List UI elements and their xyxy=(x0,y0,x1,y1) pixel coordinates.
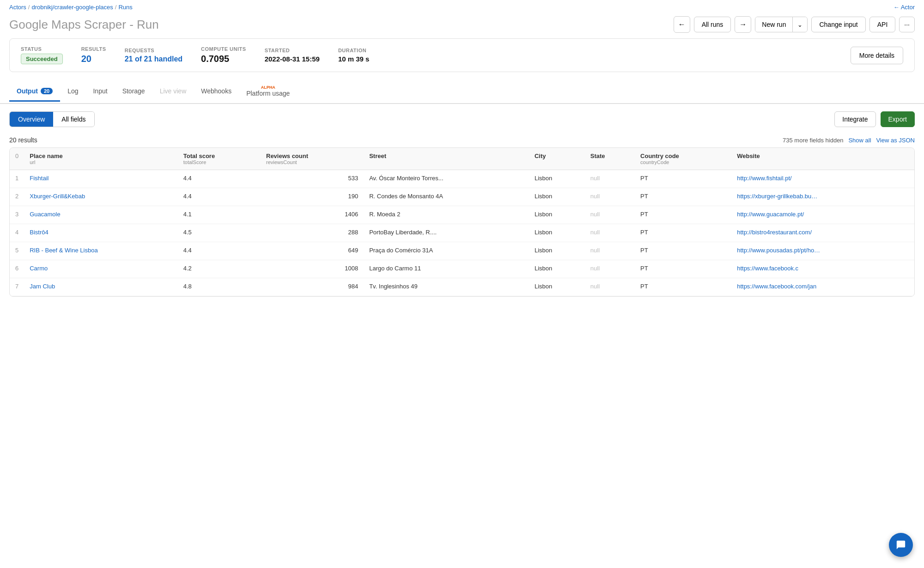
results-table-wrap: 0 Place name url Total score totalScore … xyxy=(9,147,915,297)
cell-country-code: PT xyxy=(635,278,731,296)
cell-place-name: Carmo xyxy=(24,260,178,278)
cell-website: https://www.facebook.c xyxy=(731,260,914,278)
new-run-button[interactable]: New run xyxy=(755,17,792,32)
tab-storage-label: Storage xyxy=(122,87,145,95)
tabs: Output 20 Log Input Storage Live view We… xyxy=(0,79,924,104)
cell-state: null xyxy=(585,260,635,278)
change-input-button[interactable]: Change input xyxy=(811,17,865,32)
show-all-link[interactable]: Show all xyxy=(848,137,871,144)
cell-website: http://bistro4restaurant.com/ xyxy=(731,224,914,242)
cell-index: 4 xyxy=(10,224,24,242)
cell-website: https://www.facebook.com/jan xyxy=(731,278,914,296)
stat-results-value: 20 xyxy=(81,54,106,64)
stat-duration-label: DURATION xyxy=(338,48,370,53)
breadcrumb-runs[interactable]: Runs xyxy=(118,4,132,11)
tab-log-label: Log xyxy=(67,87,78,95)
cell-reviews-count: 1008 xyxy=(261,260,364,278)
cell-street: Av. Óscar Monteiro Torres... xyxy=(364,170,529,188)
new-run-dropdown-button[interactable]: ⌄ xyxy=(792,17,807,32)
output-toolbar: Overview All fields Integrate Export xyxy=(0,104,924,134)
cell-country-code: PT xyxy=(635,206,731,224)
table-row: 2 Xburger-Grill&Kebab 4.4 190 R. Condes … xyxy=(10,188,914,206)
col-total-score: Total score totalScore xyxy=(178,148,261,170)
cell-place-name: Jam Club xyxy=(24,278,178,296)
back-actor-link[interactable]: ← Actor xyxy=(894,4,915,11)
table-row: 5 RIB - Beef & Wine Lisboa 4.4 649 Praça… xyxy=(10,242,914,260)
col-index: 0 xyxy=(10,148,24,170)
cell-city: Lisbon xyxy=(529,224,585,242)
breadcrumb-crawler[interactable]: drobnikj/crawler-google-places xyxy=(31,4,113,11)
results-info: 20 results 735 more fields hidden Show a… xyxy=(0,134,924,147)
col-website: Website xyxy=(731,148,914,170)
tab-webhooks[interactable]: Webhooks xyxy=(194,82,239,102)
results-table: 0 Place name url Total score totalScore … xyxy=(10,148,914,296)
col-reviews-count: Reviews count reviewsCount xyxy=(261,148,364,170)
cell-index: 2 xyxy=(10,188,24,206)
cell-place-name: Xburger-Grill&Kebab xyxy=(24,188,178,206)
api-button[interactable]: API xyxy=(869,17,896,32)
tab-storage[interactable]: Storage xyxy=(115,82,152,102)
cell-website: http://www.fishtail.pt/ xyxy=(731,170,914,188)
export-button[interactable]: Export xyxy=(881,111,915,127)
page-header: Google Maps Scraper - Run ← All runs → N… xyxy=(0,14,924,38)
cell-street: PortoBay Liberdade, R.... xyxy=(364,224,529,242)
cell-index: 5 xyxy=(10,242,24,260)
cell-city: Lisbon xyxy=(529,242,585,260)
page-title-main: Google Maps Scraper xyxy=(9,18,126,31)
all-runs-button[interactable]: All runs xyxy=(694,17,731,32)
stat-requests-label: REQUESTS xyxy=(125,48,182,53)
cell-reviews-count: 984 xyxy=(261,278,364,296)
view-as-json-link[interactable]: View as JSON xyxy=(876,137,915,144)
cell-total-score: 4.1 xyxy=(178,206,261,224)
cell-total-score: 4.2 xyxy=(178,260,261,278)
cell-street: Tv. Inglesinhos 49 xyxy=(364,278,529,296)
new-run-group: New run ⌄ xyxy=(755,17,808,32)
col-street: Street xyxy=(364,148,529,170)
cell-index: 3 xyxy=(10,206,24,224)
cell-reviews-count: 190 xyxy=(261,188,364,206)
stat-started-value: 2022-08-31 15:59 xyxy=(265,55,320,63)
page-title: Google Maps Scraper - Run xyxy=(9,18,159,32)
more-options-button[interactable]: ··· xyxy=(899,17,915,32)
cell-reviews-count: 288 xyxy=(261,224,364,242)
more-details-button[interactable]: More details xyxy=(851,47,903,64)
prev-run-button[interactable]: ← xyxy=(674,16,690,33)
integrate-button[interactable]: Integrate xyxy=(834,111,875,127)
all-fields-button[interactable]: All fields xyxy=(53,112,94,127)
tab-output-label: Output xyxy=(17,87,38,95)
cell-state: null xyxy=(585,224,635,242)
col-country-code: Country code countryCode xyxy=(635,148,731,170)
col-state: State xyxy=(585,148,635,170)
cell-state: null xyxy=(585,188,635,206)
tab-log[interactable]: Log xyxy=(60,82,85,102)
cell-street: R. Condes de Monsanto 4A xyxy=(364,188,529,206)
breadcrumb-actors[interactable]: Actors xyxy=(9,4,26,11)
view-toggle: Overview All fields xyxy=(9,111,95,127)
table-body: 1 Fishtail 4.4 533 Av. Óscar Monteiro To… xyxy=(10,170,914,296)
tab-input[interactable]: Input xyxy=(85,82,115,102)
tab-platform[interactable]: ALPHA Platform usage xyxy=(239,79,297,104)
cell-place-name: Fishtail xyxy=(24,170,178,188)
breadcrumb: Actors / drobnikj/crawler-google-places … xyxy=(0,0,924,14)
cell-index: 6 xyxy=(10,260,24,278)
stat-compute: COMPUTE UNITS 0.7095 xyxy=(201,46,246,64)
next-run-button[interactable]: → xyxy=(735,16,751,33)
cell-city: Lisbon xyxy=(529,188,585,206)
cell-street: R. Moeda 2 xyxy=(364,206,529,224)
header-actions: ← All runs → New run ⌄ Change input API … xyxy=(674,16,915,33)
stat-status-label: STATUS xyxy=(21,46,63,52)
table-row: 7 Jam Club 4.8 984 Tv. Inglesinhos 49 Li… xyxy=(10,278,914,296)
tab-output[interactable]: Output 20 xyxy=(9,82,60,102)
cell-reviews-count: 649 xyxy=(261,242,364,260)
cell-total-score: 4.4 xyxy=(178,242,261,260)
stats-bar: STATUS Succeeded RESULTS 20 REQUESTS 21 … xyxy=(9,38,915,72)
page-title-sub: - Run xyxy=(129,18,159,31)
cell-country-code: PT xyxy=(635,242,731,260)
cell-reviews-count: 1406 xyxy=(261,206,364,224)
stat-compute-label: COMPUTE UNITS xyxy=(201,46,246,52)
tab-liveview[interactable]: Live view xyxy=(152,82,194,102)
overview-button[interactable]: Overview xyxy=(10,112,53,127)
tab-output-badge: 20 xyxy=(41,88,53,94)
table-row: 1 Fishtail 4.4 533 Av. Óscar Monteiro To… xyxy=(10,170,914,188)
cell-state: null xyxy=(585,278,635,296)
